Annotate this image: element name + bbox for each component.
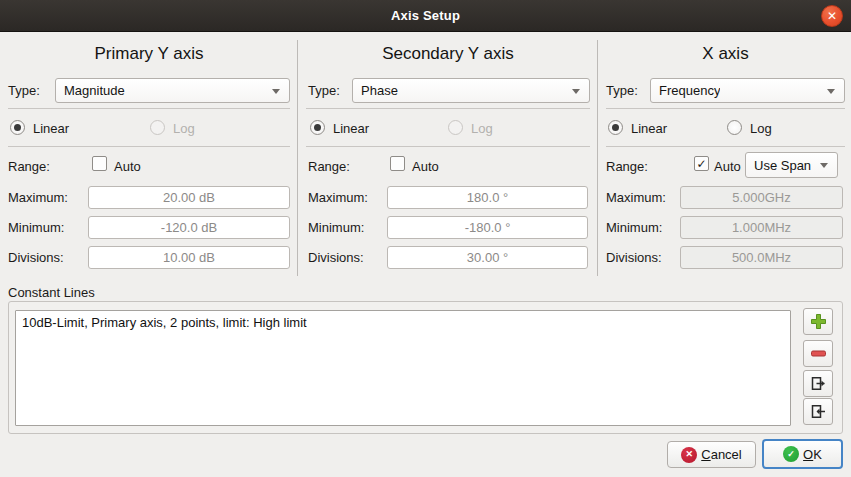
minus-icon — [809, 344, 828, 363]
constant-lines-list[interactable]: 10dB-Limit, Primary axis, 2 points, limi… — [15, 310, 791, 426]
remove-constant-line-button[interactable] — [803, 340, 833, 367]
x-maximum-input — [680, 186, 843, 209]
window-title: Axis Setup — [391, 8, 460, 23]
maximum-label: Maximum: — [308, 189, 368, 206]
primary-y-axis-section: Primary Y axis Type: Magnitude Linear Lo… — [8, 40, 290, 276]
export-icon — [810, 375, 827, 392]
x-auto-checkbox-label: Auto — [714, 158, 741, 175]
minimum-label: Minimum: — [8, 219, 64, 236]
x-log-radio-label: Log — [750, 120, 772, 137]
constant-lines-label: Constant Lines — [8, 284, 95, 301]
secondary-linear-radio[interactable] — [310, 120, 325, 135]
x-log-radio[interactable] — [727, 120, 742, 135]
primary-minimum-input[interactable] — [88, 216, 290, 239]
primary-type-select-value: Magnitude — [64, 83, 125, 98]
export-constant-lines-button[interactable] — [803, 370, 833, 397]
chevron-down-icon — [572, 89, 580, 94]
primary-log-radio — [150, 120, 165, 135]
plus-icon — [809, 312, 828, 331]
secondary-minimum-input[interactable] — [387, 216, 588, 239]
cancel-x-glyph: ✕ — [685, 450, 693, 459]
separator — [306, 146, 590, 147]
column-divider — [297, 40, 298, 276]
range-label: Range: — [8, 158, 50, 175]
range-label: Range: — [606, 158, 648, 175]
x-type-select-value: Frequency — [659, 83, 720, 98]
separator — [8, 108, 290, 109]
primary-y-axis-header: Primary Y axis — [8, 44, 290, 64]
secondary-linear-radio-label: Linear — [333, 120, 369, 137]
chevron-down-icon — [827, 89, 835, 94]
column-divider — [597, 40, 598, 276]
constant-line-item[interactable]: 10dB-Limit, Primary axis, 2 points, limi… — [16, 311, 790, 334]
x-minimum-input — [680, 216, 843, 239]
secondary-y-axis-section: Secondary Y axis Type: Phase Linear Log … — [306, 40, 590, 276]
secondary-type-select[interactable]: Phase — [352, 78, 590, 103]
ok-button[interactable]: ✓ OK — [762, 439, 843, 469]
secondary-log-radio — [448, 120, 463, 135]
ok-button-label: OK — [803, 447, 822, 462]
primary-divisions-input[interactable] — [88, 246, 290, 269]
add-constant-line-button[interactable] — [803, 308, 833, 335]
ok-check-glyph: ✓ — [787, 450, 795, 459]
primary-linear-radio-label: Linear — [33, 120, 69, 137]
type-label: Type: — [606, 82, 638, 99]
range-label: Range: — [308, 158, 350, 175]
x-axis-header: X axis — [606, 44, 845, 64]
maximum-label: Maximum: — [606, 189, 666, 206]
separator — [306, 108, 590, 109]
chevron-down-icon — [820, 163, 828, 168]
close-icon: ✕ — [827, 10, 837, 22]
x-linear-radio[interactable] — [608, 120, 623, 135]
secondary-auto-checkbox[interactable] — [390, 156, 405, 171]
secondary-maximum-input[interactable] — [387, 186, 588, 209]
x-auto-checkbox[interactable]: ✓ — [694, 156, 709, 171]
secondary-log-radio-label: Log — [471, 120, 493, 137]
type-label: Type: — [8, 82, 40, 99]
secondary-y-axis-header: Secondary Y axis — [306, 44, 590, 64]
primary-type-select[interactable]: Magnitude — [55, 78, 290, 103]
ok-icon: ✓ — [783, 446, 799, 462]
x-type-select[interactable]: Frequency — [650, 78, 845, 103]
x-divisions-input — [680, 246, 843, 269]
cancel-icon: ✕ — [681, 447, 697, 463]
separator — [606, 108, 845, 109]
chevron-down-icon — [272, 89, 280, 94]
primary-auto-checkbox-label: Auto — [114, 158, 141, 175]
maximum-label: Maximum: — [8, 189, 68, 206]
primary-log-radio-label: Log — [173, 120, 195, 137]
x-linear-radio-label: Linear — [631, 120, 667, 137]
secondary-type-select-value: Phase — [361, 83, 398, 98]
x-span-mode-select[interactable]: Use Span — [745, 152, 838, 178]
titlebar[interactable]: Axis Setup ✕ — [0, 0, 851, 32]
separator — [606, 146, 845, 147]
import-icon — [810, 403, 827, 420]
axis-setup-dialog: Axis Setup ✕ Primary Y axis Type: Magnit… — [0, 0, 851, 477]
divisions-label: Divisions: — [8, 249, 64, 266]
secondary-divisions-input[interactable] — [387, 246, 588, 269]
type-label: Type: — [308, 82, 340, 99]
import-constant-lines-button[interactable] — [803, 398, 833, 425]
primary-maximum-input[interactable] — [88, 186, 290, 209]
separator — [8, 146, 290, 147]
constant-lines-group: 10dB-Limit, Primary axis, 2 points, limi… — [8, 301, 843, 434]
divisions-label: Divisions: — [606, 249, 662, 266]
close-button[interactable]: ✕ — [821, 5, 843, 27]
primary-linear-radio[interactable] — [10, 120, 25, 135]
cancel-button[interactable]: ✕ Cancel — [667, 441, 756, 468]
primary-auto-checkbox[interactable] — [92, 156, 107, 171]
minimum-label: Minimum: — [308, 219, 364, 236]
cancel-button-label: Cancel — [701, 447, 741, 462]
x-axis-section: X axis Type: Frequency Linear Log Range:… — [606, 40, 845, 276]
secondary-auto-checkbox-label: Auto — [412, 158, 439, 175]
check-icon: ✓ — [696, 158, 706, 170]
minimum-label: Minimum: — [606, 219, 662, 236]
divisions-label: Divisions: — [308, 249, 364, 266]
x-span-mode-select-value: Use Span — [754, 158, 811, 173]
